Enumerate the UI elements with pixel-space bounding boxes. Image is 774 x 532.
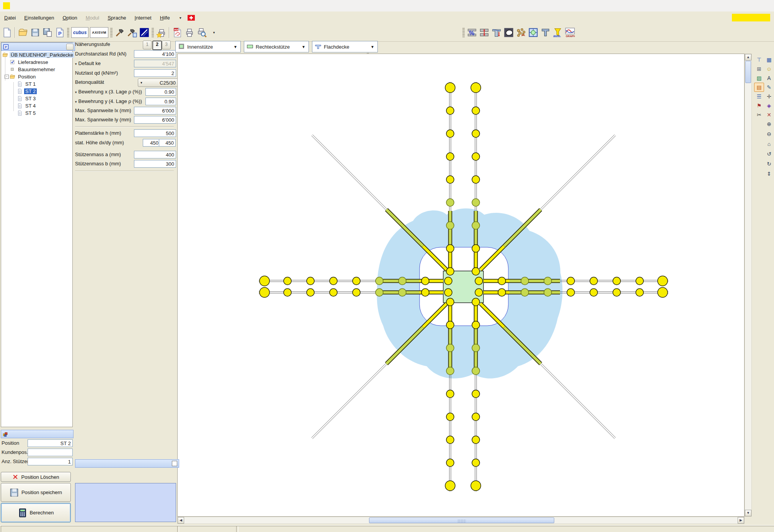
zoom-fit-icon[interactable]: ⌂ — [764, 139, 774, 149]
edit-geometry-icon[interactable]: ✎ — [764, 83, 774, 92]
collapse-panel-button[interactable] — [66, 44, 73, 50]
scroll-down-icon[interactable]: ▼ — [745, 510, 751, 516]
position-loeschen-button[interactable]: Position Löschen — [1, 472, 71, 482]
norm-dropdown-icon[interactable]: ▾ — [180, 16, 181, 20]
new-document-icon[interactable] — [1, 26, 13, 39]
toolbar-grip[interactable] — [67, 28, 69, 38]
menu-item-sprache[interactable]: Sprache — [103, 13, 130, 22]
combo-arrow-icon[interactable]: ▼ — [234, 45, 237, 49]
vertical-scroll-thumb[interactable] — [745, 61, 751, 83]
menu-item-option[interactable]: Option — [58, 13, 81, 22]
column-geometry-icon[interactable] — [490, 26, 503, 39]
menu-item-internet[interactable]: Internet — [131, 13, 156, 22]
pos-field-0[interactable]: ST 2 — [28, 439, 73, 447]
tree-item-st-1[interactable]: ST 1 — [17, 80, 37, 88]
expand-arrow-icon[interactable]: ▾ — [75, 100, 77, 104]
param-field-6[interactable]: 6'000 — [134, 107, 176, 114]
result-table-icon[interactable]: ▦ — [764, 55, 774, 64]
pos-field-1[interactable] — [28, 449, 73, 456]
expand-arrow-icon[interactable]: ▾ — [75, 90, 77, 94]
vertical-scrollbar[interactable]: ▲ ▼ — [745, 54, 752, 517]
cubus-button[interactable]: cubus — [71, 27, 88, 38]
results-checkbox[interactable] — [172, 461, 177, 466]
minimize-button[interactable] — [710, 0, 731, 11]
menu-item-hilfe[interactable]: Hilfe — [156, 13, 174, 22]
window-view-icon[interactable] — [527, 26, 539, 39]
stud-grid-icon[interactable]: ▤ — [754, 83, 764, 92]
tree-item-st-5[interactable]: ST 5 — [17, 109, 37, 117]
bemessungsblatt-dropdown[interactable]: ▾ — [211, 31, 215, 34]
naeherungsstufe-2-button[interactable]: 2 — [152, 41, 162, 50]
scroll-right-icon[interactable]: ▶ — [738, 517, 744, 524]
scroll-left-icon[interactable]: ◀ — [178, 517, 184, 524]
pan-view-icon[interactable]: ⇕ — [764, 169, 774, 178]
delete-element-icon[interactable]: ✕ — [764, 110, 774, 119]
save-as-icon[interactable] — [41, 26, 54, 39]
rotate-right-icon[interactable]: ↻ — [764, 159, 774, 168]
pos-field-2[interactable]: 1 — [28, 458, 73, 465]
layers-icon[interactable]: ☰ — [754, 92, 764, 101]
hatch-view-icon[interactable]: ▨ — [754, 73, 764, 83]
param-field-0[interactable]: 4'100 — [134, 50, 176, 58]
slab-outline-icon[interactable] — [503, 26, 515, 39]
stud-rails-icon[interactable]: ⊞ — [754, 64, 764, 73]
tree-item-st-3[interactable]: ST 3 — [17, 95, 37, 102]
toolbar-grip[interactable] — [152, 28, 154, 38]
param-field-5[interactable]: 0.90 — [145, 98, 176, 105]
tree-item-bauunternehmer[interactable]: Bauunternehmer — [10, 66, 56, 73]
open-project-icon[interactable] — [17, 26, 29, 39]
close-button[interactable] — [753, 0, 774, 11]
print-icon[interactable] — [183, 26, 196, 39]
maximize-button[interactable] — [731, 0, 753, 11]
diamond-view-icon[interactable]: ◈ — [764, 101, 774, 110]
combo-arrow-icon[interactable]: ▼ — [302, 45, 305, 49]
dimensions-toggle-icon[interactable]: ⊤ — [754, 55, 764, 64]
betonqualitaet-dropdown[interactable]: ▾C25/30 — [138, 78, 178, 87]
tree-item-st-2[interactable]: ST 2 — [17, 88, 37, 95]
param-field-9-x[interactable]: 450 — [143, 139, 160, 147]
param-field-10[interactable]: 400 — [134, 151, 176, 158]
rebar-percentage-icon[interactable]: % — [466, 26, 478, 39]
flachdecke-combo[interactable]: Flachdecke▼ — [312, 41, 378, 52]
tree-item--b-neuenhof-parkdecke[interactable]: ÜB NEUENHOF_Parkdecke — [2, 51, 74, 59]
toolbar-grip[interactable] — [462, 28, 465, 38]
innenstütze-combo[interactable]: Innenstütze▼ — [175, 41, 241, 52]
axisvm-button[interactable]: AXISVM — [90, 27, 108, 38]
graph-icon[interactable]: GRAPH — [564, 26, 576, 39]
print-preview-icon[interactable] — [196, 26, 208, 39]
column-type-icon[interactable] — [539, 26, 552, 39]
scroll-up-icon[interactable]: ▲ — [745, 54, 751, 60]
param-field-11[interactable]: 300 — [134, 160, 176, 168]
naeherungsstufe-1-button[interactable]: 1 — [143, 41, 152, 49]
rotate-left-icon[interactable]: ↺ — [764, 149, 774, 158]
print-wizard-icon[interactable] — [155, 26, 167, 39]
menu-item-datei[interactable]: Datei — [0, 13, 20, 22]
berechnen-button[interactable]: Berechnen — [1, 503, 71, 522]
param-field-4[interactable]: 0.90 — [145, 88, 176, 96]
tools-hammer-icon[interactable] — [114, 26, 126, 39]
flashlight-icon[interactable] — [138, 26, 150, 39]
zoom-in-icon[interactable]: ⊕ — [764, 119, 774, 129]
rechteckstütze-combo[interactable]: Rechteckstütze▼ — [244, 41, 309, 52]
status-smiley-icon[interactable]: ☺ — [764, 64, 774, 73]
toolbar-grip[interactable] — [110, 28, 113, 38]
naeherungsstufe-3-button[interactable]: 3 — [162, 41, 171, 49]
project-data-icon[interactable]: P — [54, 26, 66, 39]
pdf-export-icon[interactable]: PDF — [171, 26, 183, 39]
labels-toggle-icon[interactable]: A — [764, 73, 774, 83]
tree-item-st-4[interactable]: ST 4 — [17, 102, 37, 109]
expand-arrow-icon[interactable]: ▾ — [75, 62, 77, 66]
slab-thickness-icon[interactable] — [478, 26, 490, 39]
crosshair-icon[interactable]: ✛ — [764, 92, 774, 101]
zoom-out-icon[interactable]: ⊖ — [764, 129, 774, 139]
aggregate-icon[interactable] — [515, 26, 527, 39]
param-field-8[interactable]: 500 — [134, 129, 176, 137]
horizontal-scrollbar[interactable]: ◀ ▶ — [177, 517, 745, 524]
combo-arrow-icon[interactable]: ▼ — [371, 45, 374, 49]
horizontal-scroll-thumb[interactable] — [369, 517, 554, 523]
save-icon[interactable] — [29, 26, 41, 39]
tree-item-lieferadresse[interactable]: Lieferadresse — [10, 59, 49, 66]
tree-item-position[interactable]: Position — [10, 73, 37, 80]
tools-edit-icon[interactable] — [126, 26, 138, 39]
param-field-9-y[interactable]: 450 — [159, 139, 176, 147]
